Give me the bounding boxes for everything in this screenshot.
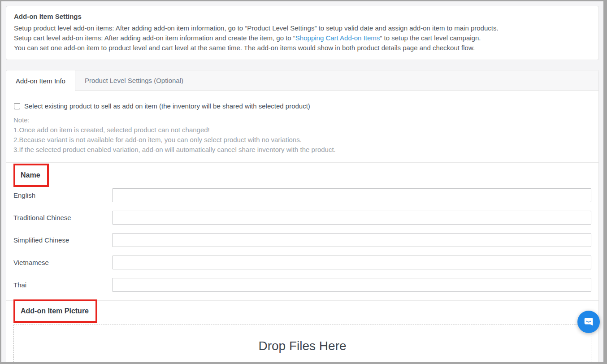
- select-existing-product-label: Select existing product to sell as add o…: [24, 102, 310, 110]
- select-existing-product-checkbox[interactable]: [14, 103, 20, 109]
- tab-addon-item-info-label: Add-on Item Info: [16, 77, 65, 85]
- description-line2-suffix: ” to setup the cart level campaign.: [380, 34, 481, 42]
- shopping-cart-addon-items-link[interactable]: Shopping Cart Add-on Items: [295, 34, 380, 42]
- form-row-simplified-chinese: Simplified Chinese: [13, 233, 591, 247]
- tab-product-level-settings-label: Product Level Settings (Optional): [85, 77, 183, 84]
- english-field-label: English: [13, 191, 112, 199]
- chat-bubble-icon: [583, 316, 594, 328]
- divider: [6, 162, 598, 163]
- page: Add-on Item Settings Setup product level…: [0, 0, 607, 364]
- vietnamese-name-input[interactable]: [112, 256, 591, 269]
- description-line2-prefix: Setup cart level add-on items: After add…: [14, 34, 295, 42]
- note-item: 2.Because variant is not available for a…: [13, 135, 591, 145]
- english-name-input[interactable]: [112, 188, 591, 202]
- select-existing-product-row: Select existing product to sell as add o…: [13, 102, 591, 110]
- tab-product-level-settings[interactable]: Product Level Settings (Optional): [75, 70, 193, 90]
- description-line-product-level: Setup product level add-on items: After …: [14, 23, 591, 33]
- simplified-chinese-field-label: Simplified Chinese: [13, 236, 112, 244]
- addon-settings-info-panel: Add-on Item Settings Setup product level…: [6, 6, 599, 60]
- picture-section-heading: Add-on Item Picture: [21, 307, 89, 315]
- name-section-annotation-box: Name: [13, 164, 49, 187]
- traditional-chinese-field-label: Traditional Chinese: [13, 214, 112, 221]
- tab-addon-item-info[interactable]: Add-on Item Info: [6, 70, 75, 91]
- form-row-vietnamese: Vietnamese: [13, 256, 591, 269]
- name-fields: English Traditional Chinese Simplified C…: [13, 188, 591, 292]
- tab-content: Select existing product to sell as add o…: [6, 102, 598, 364]
- vietnamese-field-label: Vietnamese: [13, 259, 112, 266]
- chat-launcher-button[interactable]: [577, 311, 600, 333]
- thai-name-input[interactable]: [112, 278, 591, 292]
- note-item: 1.Once add on item is created, selected …: [13, 125, 591, 135]
- page-title: Add-on Item Settings: [14, 13, 591, 20]
- form-row-thai: Thai: [13, 278, 591, 292]
- description-line-both-levels: You can set one add-on item to product l…: [14, 43, 591, 53]
- note-block: Note: 1.Once add on item is created, sel…: [13, 115, 591, 155]
- note-item: 3.If the selected product enabled variat…: [13, 145, 591, 155]
- addon-item-form-panel: Add-on Item Info Product Level Settings …: [6, 70, 599, 364]
- tab-strip: Add-on Item Info Product Level Settings …: [6, 70, 598, 91]
- picture-dropzone[interactable]: Drop Files Here: [13, 325, 591, 364]
- picture-section-annotation-box: Add-on Item Picture: [13, 299, 97, 323]
- description-line-cart-level: Setup cart level add-on items: After add…: [14, 33, 591, 43]
- name-section-heading: Name: [21, 171, 40, 179]
- dropzone-label: Drop Files Here: [258, 339, 346, 364]
- form-row-english: English: [13, 188, 591, 202]
- note-title: Note:: [13, 115, 591, 125]
- simplified-chinese-name-input[interactable]: [112, 233, 591, 247]
- form-row-traditional-chinese: Traditional Chinese: [13, 211, 591, 225]
- thai-field-label: Thai: [13, 281, 112, 289]
- traditional-chinese-name-input[interactable]: [112, 211, 591, 225]
